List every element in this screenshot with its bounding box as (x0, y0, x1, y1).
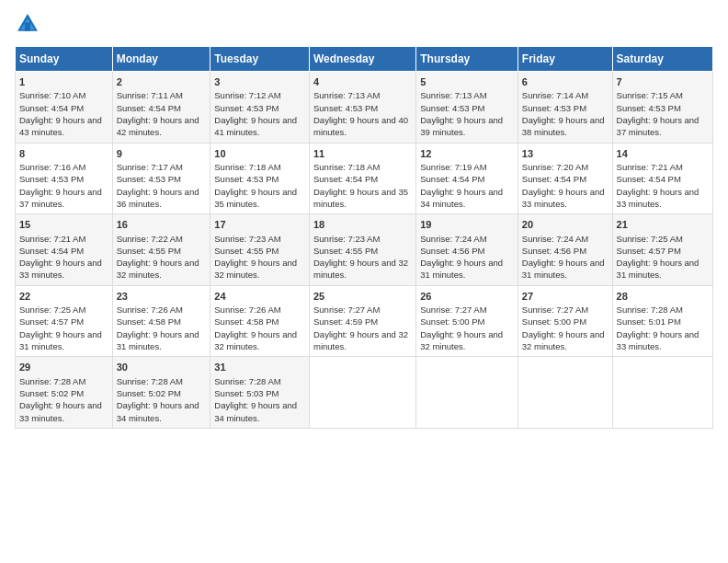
calendar-cell: 22Sunrise: 7:25 AMSunset: 4:57 PMDayligh… (16, 285, 113, 357)
calendar-cell: 27Sunrise: 7:27 AMSunset: 5:00 PMDayligh… (518, 285, 612, 357)
day-number: 17 (214, 218, 305, 232)
day-number: 6 (522, 75, 609, 89)
day-number: 10 (214, 147, 305, 161)
day-number: 21 (617, 218, 709, 232)
day-number: 28 (617, 290, 709, 304)
header-day: Thursday (416, 47, 518, 72)
calendar-cell: 14Sunrise: 7:21 AMSunset: 4:54 PMDayligh… (612, 143, 712, 214)
calendar-cell: 15Sunrise: 7:21 AMSunset: 4:54 PMDayligh… (16, 214, 113, 286)
calendar-cell: 2Sunrise: 7:11 AMSunset: 4:54 PMDaylight… (112, 72, 210, 144)
day-number: 5 (420, 75, 514, 89)
calendar-cell: 1Sunrise: 7:10 AMSunset: 4:54 PMDaylight… (16, 72, 113, 144)
header-day: Monday (112, 47, 210, 72)
calendar-cell: 18Sunrise: 7:23 AMSunset: 4:55 PMDayligh… (310, 214, 416, 286)
calendar-cell: 7Sunrise: 7:15 AMSunset: 4:53 PMDaylight… (612, 72, 712, 144)
header-day: Sunday (16, 47, 113, 72)
svg-rect-2 (25, 22, 30, 30)
calendar-week-row: 8Sunrise: 7:16 AMSunset: 4:53 PMDaylight… (16, 143, 713, 214)
calendar-cell: 20Sunrise: 7:24 AMSunset: 4:56 PMDayligh… (518, 214, 612, 286)
day-number: 26 (420, 290, 514, 304)
calendar-cell: 3Sunrise: 7:12 AMSunset: 4:53 PMDaylight… (210, 72, 310, 144)
calendar-table: SundayMondayTuesdayWednesdayThursdayFrid… (15, 46, 713, 429)
calendar-cell: 17Sunrise: 7:23 AMSunset: 4:55 PMDayligh… (210, 214, 310, 286)
day-number: 1 (19, 75, 108, 89)
calendar-cell (416, 357, 518, 429)
day-number: 11 (313, 147, 412, 161)
calendar-cell: 19Sunrise: 7:24 AMSunset: 4:56 PMDayligh… (416, 214, 518, 286)
day-number: 2 (117, 75, 207, 89)
logo-icon (15, 11, 40, 37)
calendar-cell: 12Sunrise: 7:19 AMSunset: 4:54 PMDayligh… (416, 143, 518, 214)
day-number: 29 (19, 361, 108, 374)
calendar-cell: 26Sunrise: 7:27 AMSunset: 5:00 PMDayligh… (416, 285, 518, 357)
header-day: Saturday (612, 47, 712, 72)
day-number: 4 (313, 75, 412, 89)
calendar-cell: 13Sunrise: 7:20 AMSunset: 4:54 PMDayligh… (518, 143, 612, 214)
day-number: 27 (522, 290, 609, 304)
day-number: 31 (214, 361, 305, 374)
calendar-cell: 16Sunrise: 7:22 AMSunset: 4:55 PMDayligh… (112, 214, 210, 286)
day-number: 7 (617, 75, 709, 89)
day-number: 9 (117, 147, 207, 161)
day-number: 16 (117, 218, 207, 232)
calendar-cell: 25Sunrise: 7:27 AMSunset: 4:59 PMDayligh… (310, 285, 416, 357)
day-number: 8 (19, 147, 108, 161)
header-day: Friday (518, 47, 612, 72)
calendar-cell: 4Sunrise: 7:13 AMSunset: 4:53 PMDaylight… (310, 72, 416, 144)
calendar-week-row: 1Sunrise: 7:10 AMSunset: 4:54 PMDaylight… (16, 72, 713, 144)
day-number: 19 (420, 218, 514, 232)
day-number: 15 (19, 218, 108, 232)
header-row: SundayMondayTuesdayWednesdayThursdayFrid… (16, 47, 713, 72)
day-number: 23 (117, 290, 207, 304)
day-number: 30 (117, 361, 207, 374)
header (15, 11, 713, 37)
header-day: Wednesday (310, 47, 416, 72)
calendar-cell: 23Sunrise: 7:26 AMSunset: 4:58 PMDayligh… (112, 285, 210, 357)
page: SundayMondayTuesdayWednesdayThursdayFrid… (0, 0, 728, 440)
calendar-cell: 5Sunrise: 7:13 AMSunset: 4:53 PMDaylight… (416, 72, 518, 144)
calendar-cell (518, 357, 612, 429)
calendar-cell: 9Sunrise: 7:17 AMSunset: 4:53 PMDaylight… (112, 143, 210, 214)
calendar-cell: 24Sunrise: 7:26 AMSunset: 4:58 PMDayligh… (210, 285, 310, 357)
calendar-week-row: 15Sunrise: 7:21 AMSunset: 4:54 PMDayligh… (16, 214, 713, 286)
day-number: 25 (313, 290, 412, 304)
header-day: Tuesday (210, 47, 310, 72)
calendar-cell (310, 357, 416, 429)
day-number: 13 (522, 147, 609, 161)
day-number: 12 (420, 147, 514, 161)
calendar-cell: 8Sunrise: 7:16 AMSunset: 4:53 PMDaylight… (16, 143, 113, 214)
calendar-cell: 28Sunrise: 7:28 AMSunset: 5:01 PMDayligh… (612, 285, 712, 357)
calendar-cell (612, 357, 712, 429)
calendar-cell: 6Sunrise: 7:14 AMSunset: 4:53 PMDaylight… (518, 72, 612, 144)
day-number: 24 (214, 290, 305, 304)
day-number: 22 (19, 290, 108, 304)
logo (15, 11, 44, 37)
calendar-cell: 29Sunrise: 7:28 AMSunset: 5:02 PMDayligh… (16, 357, 113, 429)
calendar-cell: 11Sunrise: 7:18 AMSunset: 4:54 PMDayligh… (310, 143, 416, 214)
day-number: 20 (522, 218, 609, 232)
calendar-week-row: 29Sunrise: 7:28 AMSunset: 5:02 PMDayligh… (16, 357, 713, 429)
calendar-cell: 10Sunrise: 7:18 AMSunset: 4:53 PMDayligh… (210, 143, 310, 214)
calendar-cell: 30Sunrise: 7:28 AMSunset: 5:02 PMDayligh… (112, 357, 210, 429)
calendar-cell: 21Sunrise: 7:25 AMSunset: 4:57 PMDayligh… (612, 214, 712, 286)
calendar-week-row: 22Sunrise: 7:25 AMSunset: 4:57 PMDayligh… (16, 285, 713, 357)
day-number: 18 (313, 218, 412, 232)
calendar-cell: 31Sunrise: 7:28 AMSunset: 5:03 PMDayligh… (210, 357, 310, 429)
day-number: 3 (214, 75, 305, 89)
day-number: 14 (617, 147, 709, 161)
